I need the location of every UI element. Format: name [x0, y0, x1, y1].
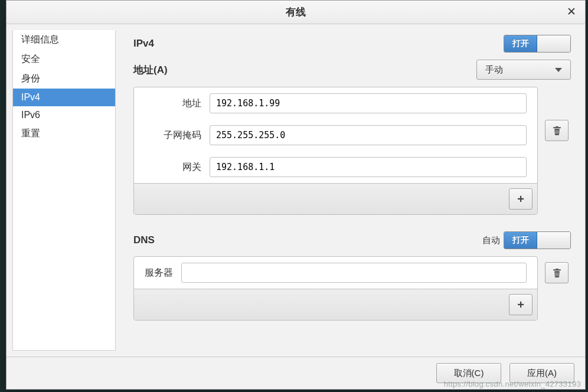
watermark-text: https://blog.csdn.net/weixin_42733193: [444, 380, 581, 388]
sidebar-item-ipv6[interactable]: IPv6: [13, 106, 115, 124]
dns-toggle[interactable]: 打开: [504, 231, 571, 249]
dns-server-input[interactable]: [181, 263, 527, 283]
address-card-footer: +: [134, 183, 537, 214]
trash-icon: [552, 268, 562, 278]
netmask-label: 子网掩码: [145, 129, 201, 142]
dns-toggle-on-label: 打开: [504, 232, 537, 249]
gateway-field-row: 网关: [134, 151, 537, 183]
sidebar-item-security[interactable]: 安全: [13, 50, 115, 69]
dns-card: 服务器 +: [133, 256, 538, 321]
address-mode-value: 手动: [485, 64, 503, 76]
dns-card-footer: +: [134, 289, 537, 320]
address-input[interactable]: [210, 93, 527, 113]
main-panel: IPv4 打开 地址(A) 手动: [116, 24, 585, 357]
address-card: 地址 子网掩码 网关 +: [133, 87, 538, 215]
titlebar: 有线 ✕: [6, 1, 585, 24]
close-icon[interactable]: ✕: [565, 5, 578, 18]
add-address-button[interactable]: +: [509, 188, 533, 210]
dns-toggle-off-side: [537, 232, 570, 249]
sidebar-item-ipv4[interactable]: IPv4: [13, 89, 115, 106]
dns-server-row: 服务器: [134, 257, 537, 289]
chevron-down-icon: [555, 68, 562, 72]
plus-icon: +: [517, 298, 524, 312]
address-mode-select[interactable]: 手动: [476, 60, 571, 80]
add-dns-button[interactable]: +: [509, 294, 533, 315]
gateway-label: 网关: [145, 161, 201, 174]
sidebar: 详细信息 安全 身份 IPv4 IPv6 重置: [12, 30, 116, 351]
ipv4-toggle-off-side: [537, 35, 570, 52]
address-label: 地址: [145, 97, 201, 110]
ipv4-toggle[interactable]: 打开: [504, 35, 571, 53]
netmask-input[interactable]: [210, 125, 527, 145]
sidebar-item-identity[interactable]: 身份: [13, 69, 115, 89]
gateway-input[interactable]: [210, 157, 527, 177]
sidebar-item-reset[interactable]: 重置: [13, 124, 115, 143]
dns-auto-label: 自动: [482, 235, 500, 246]
dns-heading: DNS: [133, 234, 155, 246]
trash-icon: [552, 126, 562, 136]
dns-server-label: 服务器: [145, 267, 173, 279]
address-section-label: 地址(A): [133, 63, 168, 77]
network-settings-window: 有线 ✕ 详细信息 安全 身份 IPv4 IPv6 重置 IPv4 打开: [6, 0, 586, 390]
netmask-field-row: 子网掩码: [134, 119, 537, 151]
ipv4-toggle-on-label: 打开: [504, 35, 537, 52]
delete-address-button[interactable]: [545, 120, 569, 141]
address-field-row: 地址: [134, 87, 537, 119]
sidebar-item-details[interactable]: 详细信息: [13, 30, 115, 50]
ipv4-heading: IPv4: [133, 38, 154, 50]
window-title: 有线: [286, 5, 306, 19]
plus-icon: +: [517, 192, 524, 206]
address-mode-row: 地址(A) 手动: [133, 60, 571, 80]
window-content: 详细信息 安全 身份 IPv4 IPv6 重置 IPv4 打开: [6, 24, 585, 357]
delete-dns-button[interactable]: [545, 262, 569, 283]
ipv4-header-row: IPv4 打开: [133, 35, 571, 53]
dns-header-row: DNS 自动 打开: [133, 231, 571, 249]
